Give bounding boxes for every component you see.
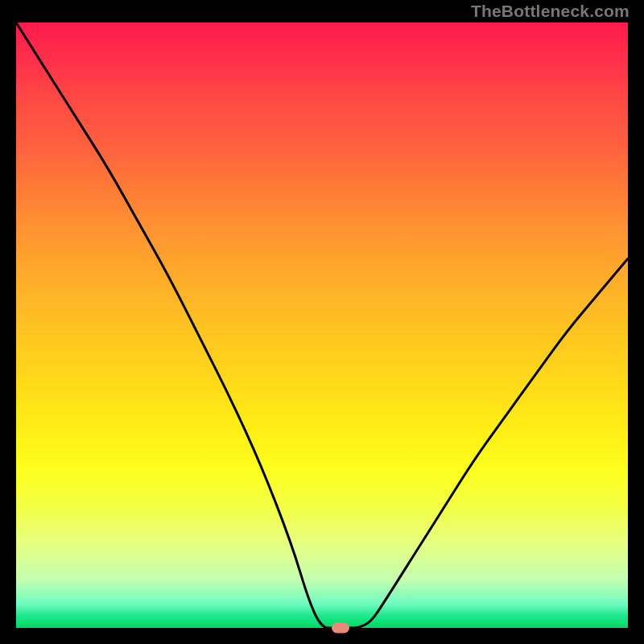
- optimal-marker: [332, 623, 349, 634]
- chart-frame: TheBottleneck.com: [0, 0, 644, 644]
- curve-path: [16, 23, 628, 628]
- bottleneck-curve: [16, 23, 628, 628]
- watermark-text: TheBottleneck.com: [471, 2, 630, 21]
- plot-area: [16, 23, 628, 628]
